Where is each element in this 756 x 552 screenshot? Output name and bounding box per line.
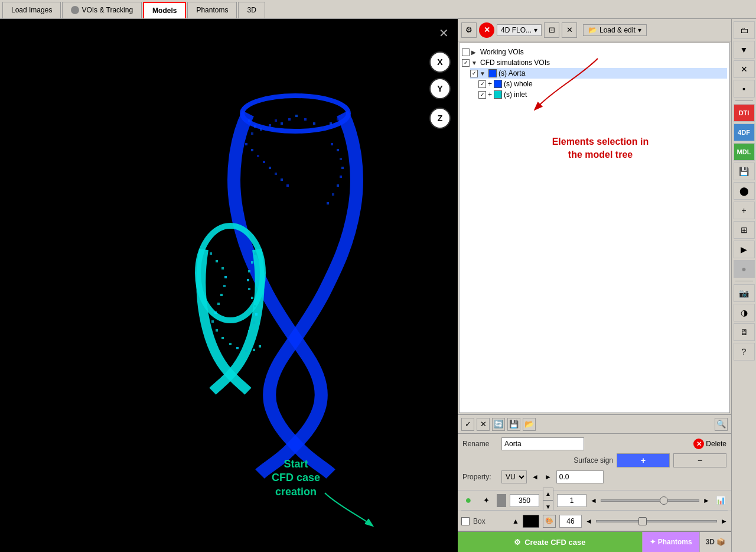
box-num-input[interactable] [559,515,582,528]
sidebar-disk-icon[interactable]: 💾 [734,163,755,180]
sidebar-4df-icon[interactable]: 4DF [734,124,755,141]
save-icon[interactable]: 💾 [507,418,520,431]
svg-rect-4 [251,132,253,135]
dropdown-arrow: ▾ [534,26,537,34]
prop-val-input[interactable] [556,470,604,483]
delete-btn[interactable]: ✕ Delete [693,439,726,449]
threed-btn[interactable]: 3D 📦 [699,532,731,552]
sidebar-folder-icon[interactable]: 🗀 [734,21,755,39]
box-slider-right[interactable]: ► [721,517,728,525]
working-vois-checkbox[interactable] [462,48,470,56]
sidebar-dti-icon[interactable]: DTI [734,104,755,122]
aorta-expand[interactable]: ▼ [480,70,487,77]
cfd-btn-icon: ⚙ [514,538,521,547]
svg-rect-42 [221,337,224,339]
sidebar-x-icon[interactable]: ✕ [734,60,755,78]
star-icon[interactable]: ✦ [479,493,493,508]
rename-input[interactable] [501,437,584,450]
slider-left-arrow[interactable]: ◄ [590,496,597,505]
tab-vois-tracking[interactable]: VOIs & Tracking [62,2,142,18]
refresh-icon[interactable]: 🔄 [492,418,505,431]
svg-rect-50 [248,270,250,272]
viewport: ✕ X Y Z StartCFD casecreation [0,19,458,552]
svg-rect-56 [253,322,255,324]
create-cfd-btn[interactable]: ⚙ Create CFD case [458,532,642,552]
y-axis-button[interactable]: Y [429,78,451,99]
svg-rect-52 [248,288,250,290]
svg-rect-29 [337,184,339,187]
cfd-simulations-expand[interactable]: ▼ [471,60,478,66]
svg-rect-14 [330,122,332,125]
tab-load-images[interactable]: Load Images [2,2,61,18]
close-red-btn[interactable]: ✕ [479,22,494,38]
load-edit-btn[interactable]: 📂 Load & edit ▾ [583,24,647,36]
svg-rect-44 [236,347,239,349]
inlet-plus[interactable]: + [488,90,492,99]
box-checkbox[interactable] [461,517,470,525]
box-slider[interactable] [596,520,717,522]
spin-up-btn[interactable]: ▲ [543,488,553,501]
sidebar-mdl-icon[interactable]: MDL [734,143,755,161]
tab-bar: Load Images VOIs & Tracking Models Phant… [0,0,756,19]
sidebar-camera-icon[interactable]: 📷 [734,284,755,302]
whole-checkbox[interactable] [478,80,486,88]
svg-rect-12 [313,122,315,125]
svg-rect-49 [251,261,253,264]
frame-slider[interactable] [601,499,699,502]
folder-open-icon[interactable]: 📂 [523,418,536,431]
sidebar-square-icon[interactable]: ▪ [734,80,755,98]
nav-left-arrow[interactable]: ◄ [530,473,540,481]
svg-rect-8 [281,122,283,125]
svg-rect-43 [229,343,232,345]
tab-models[interactable]: Models [143,2,186,18]
box-label: Box [473,517,509,525]
dropdown-label: 4D FLO... [501,26,532,34]
surface-minus-btn[interactable]: − [673,453,726,467]
4dflo-dropdown[interactable]: 4D FLO... ▾ [497,24,542,36]
color-grid-icon[interactable]: 🎨 [543,515,556,528]
green-circle-icon[interactable]: ● [461,493,475,508]
x-cancel-icon[interactable]: ✕ [477,418,490,431]
sidebar-help-icon[interactable]: ? [734,343,755,361]
sidebar-plus-icon[interactable]: + [734,202,755,219]
viewport-close-button[interactable]: ✕ [435,25,452,41]
svg-rect-23 [286,184,289,187]
tab-phantoms[interactable]: Phantoms [187,2,237,18]
x-axis-button[interactable]: X [429,51,451,73]
sidebar-monitor-icon[interactable]: 🖥 [734,323,755,341]
step-input[interactable] [557,494,586,507]
box-up-arrow[interactable]: ▲ [512,517,519,525]
monitor-icon-btn[interactable]: ⊡ [544,22,559,38]
sidebar-play-icon[interactable]: ▶ [734,241,755,258]
surface-plus-btn[interactable]: + [617,453,670,467]
whole-plus[interactable]: + [488,80,492,88]
export-icon[interactable]: 📊 [713,493,728,508]
inlet-checkbox[interactable] [478,91,486,99]
load-edit-icon: 📂 [588,26,597,34]
tree-panel: ▶ Working VOIs ▼ CFD simulations VOIs ▼ … [459,43,730,413]
property-dropdown[interactable]: VU [501,470,527,483]
sidebar-circle-icon[interactable]: ⬤ [734,182,755,200]
aorta-checkbox[interactable] [470,70,478,77]
sidebar-arrow-icon[interactable]: ▼ [734,41,755,59]
nav-right-arrow[interactable]: ► [543,473,553,481]
cfd-simulations-checkbox[interactable] [462,59,470,67]
working-vois-expand[interactable]: ▶ [471,49,478,56]
elements-annotation-container: Elements selection inthe model tree [462,112,727,162]
sidebar-grid-icon[interactable]: ⊞ [734,221,755,239]
svg-rect-18 [257,155,259,157]
svg-rect-55 [255,313,258,316]
z-axis-button[interactable]: Z [429,108,451,129]
box-slider-left[interactable]: ◄ [585,517,592,525]
zoom-icon[interactable]: 🔍 [715,418,728,431]
tab-3d[interactable]: 3D [238,2,265,18]
settings-icon-btn[interactable]: ⚙ [461,22,477,38]
x-close-icon-btn[interactable]: ✕ [562,22,577,38]
phantoms-btn[interactable]: ✦ Phantoms [642,532,699,552]
delete-icon: ✕ [693,439,704,449]
sidebar-contrast-icon[interactable]: ◑ [734,304,755,322]
frame-input[interactable] [510,494,539,507]
slider-right-arrow[interactable]: ► [703,496,710,505]
checkmark-icon[interactable]: ✓ [461,418,474,431]
svg-rect-37 [220,294,223,296]
